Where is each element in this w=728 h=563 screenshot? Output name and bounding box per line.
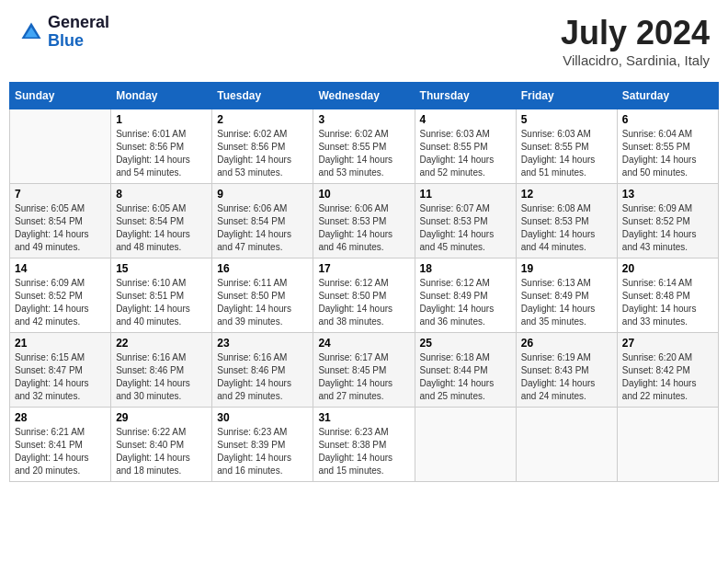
day-number: 1: [116, 113, 207, 126]
day-number: 7: [15, 188, 106, 201]
day-info: Sunrise: 6:10 AM Sunset: 8:51 PM Dayligh…: [116, 277, 207, 328]
location-text: Villacidro, Sardinia, Italy: [561, 52, 710, 68]
calendar-cell: 28Sunrise: 6:21 AM Sunset: 8:41 PM Dayli…: [10, 408, 111, 482]
day-number: 25: [420, 337, 511, 350]
day-number: 16: [217, 262, 308, 275]
calendar-cell: 17Sunrise: 6:12 AM Sunset: 8:50 PM Dayli…: [313, 259, 415, 333]
day-number: 21: [15, 337, 106, 350]
day-number: 22: [116, 337, 207, 350]
day-info: Sunrise: 6:12 AM Sunset: 8:49 PM Dayligh…: [420, 277, 511, 328]
calendar-cell: 18Sunrise: 6:12 AM Sunset: 8:49 PM Dayli…: [415, 259, 516, 333]
calendar-cell: [415, 408, 516, 482]
calendar-header-monday: Monday: [111, 83, 212, 109]
day-number: 19: [521, 262, 612, 275]
calendar-cell: 23Sunrise: 6:16 AM Sunset: 8:46 PM Dayli…: [212, 333, 313, 408]
day-number: 24: [318, 337, 409, 350]
calendar-header-friday: Friday: [516, 83, 617, 109]
day-info: Sunrise: 6:17 AM Sunset: 8:45 PM Dayligh…: [318, 351, 409, 403]
calendar-cell: 19Sunrise: 6:13 AM Sunset: 8:49 PM Dayli…: [516, 259, 617, 333]
calendar-cell: 26Sunrise: 6:19 AM Sunset: 8:43 PM Dayli…: [516, 333, 617, 408]
title-block: July 2024 Villacidro, Sardinia, Italy: [561, 14, 710, 68]
day-info: Sunrise: 6:16 AM Sunset: 8:46 PM Dayligh…: [217, 351, 308, 403]
day-info: Sunrise: 6:05 AM Sunset: 8:54 PM Dayligh…: [15, 202, 106, 254]
day-number: 28: [15, 411, 106, 424]
day-info: Sunrise: 6:16 AM Sunset: 8:46 PM Dayligh…: [116, 351, 207, 403]
day-info: Sunrise: 6:02 AM Sunset: 8:55 PM Dayligh…: [318, 128, 409, 179]
calendar-header-wednesday: Wednesday: [313, 83, 415, 109]
calendar-cell: 14Sunrise: 6:09 AM Sunset: 8:52 PM Dayli…: [10, 259, 111, 333]
day-number: 27: [622, 337, 713, 350]
calendar-cell: 11Sunrise: 6:07 AM Sunset: 8:53 PM Dayli…: [415, 184, 516, 259]
day-info: Sunrise: 6:18 AM Sunset: 8:44 PM Dayligh…: [420, 351, 511, 403]
calendar-cell: 5Sunrise: 6:03 AM Sunset: 8:55 PM Daylig…: [516, 109, 617, 184]
day-info: Sunrise: 6:03 AM Sunset: 8:55 PM Dayligh…: [521, 128, 612, 179]
calendar-week-row: 1Sunrise: 6:01 AM Sunset: 8:56 PM Daylig…: [10, 109, 719, 184]
day-number: 4: [420, 113, 511, 126]
calendar-cell: 21Sunrise: 6:15 AM Sunset: 8:47 PM Dayli…: [10, 333, 111, 408]
day-info: Sunrise: 6:12 AM Sunset: 8:50 PM Dayligh…: [318, 277, 409, 328]
day-number: 17: [318, 262, 409, 275]
day-info: Sunrise: 6:08 AM Sunset: 8:53 PM Dayligh…: [521, 202, 612, 254]
day-info: Sunrise: 6:06 AM Sunset: 8:54 PM Dayligh…: [217, 202, 308, 254]
day-info: Sunrise: 6:09 AM Sunset: 8:52 PM Dayligh…: [622, 202, 713, 254]
logo-icon: [18, 19, 44, 45]
day-number: 11: [420, 188, 511, 201]
logo-general-text: General: [48, 14, 109, 32]
day-number: 14: [15, 262, 106, 275]
day-number: 26: [521, 337, 612, 350]
day-info: Sunrise: 6:05 AM Sunset: 8:54 PM Dayligh…: [116, 202, 207, 254]
calendar-week-row: 7Sunrise: 6:05 AM Sunset: 8:54 PM Daylig…: [10, 184, 719, 259]
calendar-cell: 6Sunrise: 6:04 AM Sunset: 8:55 PM Daylig…: [617, 109, 718, 184]
calendar-cell: 15Sunrise: 6:10 AM Sunset: 8:51 PM Dayli…: [111, 259, 212, 333]
logo: General Blue: [18, 14, 109, 51]
calendar-header-sunday: Sunday: [10, 83, 111, 109]
day-info: Sunrise: 6:21 AM Sunset: 8:41 PM Dayligh…: [15, 426, 106, 477]
calendar-cell: [617, 408, 718, 482]
calendar-cell: 24Sunrise: 6:17 AM Sunset: 8:45 PM Dayli…: [313, 333, 415, 408]
calendar-cell: 9Sunrise: 6:06 AM Sunset: 8:54 PM Daylig…: [212, 184, 313, 259]
day-number: 5: [521, 113, 612, 126]
calendar-cell: 22Sunrise: 6:16 AM Sunset: 8:46 PM Dayli…: [111, 333, 212, 408]
day-info: Sunrise: 6:23 AM Sunset: 8:39 PM Dayligh…: [217, 426, 308, 477]
day-info: Sunrise: 6:03 AM Sunset: 8:55 PM Dayligh…: [420, 128, 511, 179]
day-info: Sunrise: 6:23 AM Sunset: 8:38 PM Dayligh…: [318, 426, 409, 477]
page-header: General Blue July 2024 Villacidro, Sardi…: [9, 9, 719, 73]
calendar-cell: 31Sunrise: 6:23 AM Sunset: 8:38 PM Dayli…: [313, 408, 415, 482]
day-info: Sunrise: 6:13 AM Sunset: 8:49 PM Dayligh…: [521, 277, 612, 328]
day-number: 10: [318, 188, 409, 201]
day-info: Sunrise: 6:04 AM Sunset: 8:55 PM Dayligh…: [622, 128, 713, 179]
day-info: Sunrise: 6:01 AM Sunset: 8:56 PM Dayligh…: [116, 128, 207, 179]
day-info: Sunrise: 6:19 AM Sunset: 8:43 PM Dayligh…: [521, 351, 612, 403]
calendar-cell: 8Sunrise: 6:05 AM Sunset: 8:54 PM Daylig…: [111, 184, 212, 259]
calendar-cell: 25Sunrise: 6:18 AM Sunset: 8:44 PM Dayli…: [415, 333, 516, 408]
day-info: Sunrise: 6:11 AM Sunset: 8:50 PM Dayligh…: [217, 277, 308, 328]
month-year-title: July 2024: [561, 14, 710, 52]
calendar-cell: 16Sunrise: 6:11 AM Sunset: 8:50 PM Dayli…: [212, 259, 313, 333]
day-number: 23: [217, 337, 308, 350]
day-number: 15: [116, 262, 207, 275]
day-number: 8: [116, 188, 207, 201]
day-number: 12: [521, 188, 612, 201]
day-info: Sunrise: 6:06 AM Sunset: 8:53 PM Dayligh…: [318, 202, 409, 254]
calendar-cell: 2Sunrise: 6:02 AM Sunset: 8:56 PM Daylig…: [212, 109, 313, 184]
calendar-week-row: 21Sunrise: 6:15 AM Sunset: 8:47 PM Dayli…: [10, 333, 719, 408]
day-info: Sunrise: 6:15 AM Sunset: 8:47 PM Dayligh…: [15, 351, 106, 403]
calendar-week-row: 28Sunrise: 6:21 AM Sunset: 8:41 PM Dayli…: [10, 408, 719, 482]
calendar-cell: 20Sunrise: 6:14 AM Sunset: 8:48 PM Dayli…: [617, 259, 718, 333]
calendar-cell: 7Sunrise: 6:05 AM Sunset: 8:54 PM Daylig…: [10, 184, 111, 259]
day-info: Sunrise: 6:09 AM Sunset: 8:52 PM Dayligh…: [15, 277, 106, 328]
day-number: 29: [116, 411, 207, 424]
day-number: 18: [420, 262, 511, 275]
logo-blue-text: Blue: [48, 32, 109, 51]
day-number: 13: [622, 188, 713, 201]
day-info: Sunrise: 6:22 AM Sunset: 8:40 PM Dayligh…: [116, 426, 207, 477]
day-number: 30: [217, 411, 308, 424]
calendar-cell: 27Sunrise: 6:20 AM Sunset: 8:42 PM Dayli…: [617, 333, 718, 408]
calendar-cell: [516, 408, 617, 482]
day-number: 2: [217, 113, 308, 126]
day-number: 6: [622, 113, 713, 126]
calendar-cell: 1Sunrise: 6:01 AM Sunset: 8:56 PM Daylig…: [111, 109, 212, 184]
calendar-header-thursday: Thursday: [415, 83, 516, 109]
day-info: Sunrise: 6:07 AM Sunset: 8:53 PM Dayligh…: [420, 202, 511, 254]
calendar-week-row: 14Sunrise: 6:09 AM Sunset: 8:52 PM Dayli…: [10, 259, 719, 333]
